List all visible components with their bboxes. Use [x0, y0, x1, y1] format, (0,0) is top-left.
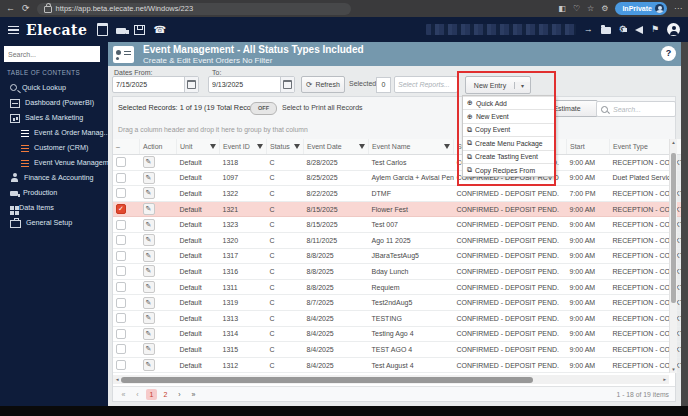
favorites-icon[interactable]: ☆ — [587, 4, 594, 13]
sidebar-item[interactable]: Sales & Marketing — [0, 110, 108, 125]
dates-to-calendar-button[interactable] — [280, 77, 294, 92]
grid-search-input[interactable] — [611, 105, 671, 114]
edit-row-button[interactable]: ✎ — [143, 359, 155, 371]
table-row[interactable]: ✎ Default 1322 C 8/22/2025 DTMF CONFIRME… — [113, 186, 688, 202]
sidebar-item[interactable]: Quick Lookup — [0, 80, 108, 95]
dates-to-input[interactable] — [209, 81, 280, 88]
table-row[interactable]: ✎ Default 1314 C 8/4/2025 Testing Ago 4 … — [113, 326, 688, 342]
filter-funnel-icon[interactable] — [359, 144, 365, 149]
row-checkbox[interactable] — [116, 344, 126, 354]
select-reports-input[interactable] — [395, 81, 457, 88]
scroll-up-icon[interactable]: ▲ — [670, 140, 677, 145]
vertical-scrollbar[interactable]: ▲ ▼ — [669, 139, 677, 373]
table-row[interactable]: ✎ Default 1097 C 8/25/2025 Aylem Garcia … — [113, 170, 688, 186]
new-entry-caret-icon[interactable]: ▾ — [514, 82, 530, 89]
edit-row-button[interactable]: ✎ — [143, 297, 155, 309]
dates-from-calendar-button[interactable] — [184, 77, 198, 92]
menu-item[interactable]: ⊕ Quick Add — [463, 96, 555, 109]
edit-row-button[interactable]: ✎ — [143, 312, 155, 324]
row-checkbox[interactable] — [116, 188, 126, 198]
account-icon[interactable] — [667, 23, 680, 36]
refresh-button[interactable]: ⟳ Refresh — [301, 76, 345, 93]
edit-row-button[interactable]: ✎ — [143, 250, 155, 262]
edit-row-button[interactable]: ✎ — [143, 328, 155, 340]
table-row[interactable]: ✎ Default 1323 C 8/15/2025 Test 007 CONF… — [113, 217, 688, 233]
table-row[interactable]: ✎ Default 1312 C 8/4/2025 Test August 4 … — [113, 357, 688, 373]
column-header[interactable]: Event Date — [304, 139, 369, 155]
package-icon[interactable] — [134, 25, 145, 35]
edit-row-button[interactable]: ✎ — [143, 265, 155, 277]
scroll-right-icon[interactable]: ► — [663, 377, 667, 382]
browser-essentials-icon[interactable]: ♡ — [573, 4, 580, 13]
sidebar-item[interactable]: Data Items — [0, 200, 108, 215]
sidebar-item[interactable]: Event Venue Management — [0, 155, 108, 170]
row-checkbox[interactable] — [116, 266, 126, 276]
sidebar-search-input[interactable] — [4, 46, 100, 62]
next-page-button[interactable]: › — [174, 389, 185, 400]
row-checkbox[interactable] — [116, 282, 126, 292]
column-header[interactable]: – — [113, 139, 140, 155]
table-row[interactable]: ✎ Default 1315 C 8/4/2025 TEST AGO 4 CON… — [113, 342, 688, 358]
edit-row-button[interactable]: ✎ — [143, 281, 155, 293]
folder-icon[interactable] — [601, 27, 611, 34]
edit-row-button[interactable]: ✎ — [143, 187, 155, 199]
row-checkbox[interactable] — [116, 173, 126, 183]
sidebar-item[interactable]: Dashboard (PowerBI) — [0, 95, 108, 110]
vertical-scroll-thumb[interactable] — [671, 153, 676, 303]
sidebar-item[interactable]: Finance & Accounting — [0, 170, 108, 185]
horizontal-scrollbar[interactable]: ◄ ► — [113, 375, 669, 384]
table-row[interactable]: ✎ Default 1317 C 8/8/2025 JBaraTestAug5 … — [113, 248, 688, 264]
print-all-toggle[interactable]: OFF — [250, 102, 277, 115]
edit-row-button[interactable]: ✎ — [143, 203, 155, 215]
row-checkbox[interactable] — [116, 360, 126, 370]
back-icon[interactable]: ← — [6, 4, 15, 13]
sidebar-item[interactable]: Event & Order Manag... — [0, 125, 108, 140]
page-number-button[interactable]: 1 — [146, 389, 157, 400]
row-checkbox[interactable] — [116, 313, 126, 323]
table-row[interactable]: ✓ ✎ Default 1321 C 8/15/2025 Flower Fest… — [113, 201, 688, 217]
row-checkbox[interactable] — [116, 235, 126, 245]
address-bar[interactable]: https://app.beta.elecate.net/Windows/223 — [37, 3, 351, 15]
edit-row-button[interactable]: ✎ — [143, 219, 155, 231]
bookmark-icon[interactable]: ⚑ — [651, 25, 659, 34]
table-row[interactable]: ✎ Default 1311 C 8/8/2025 Requiem CONFIR… — [113, 279, 688, 295]
filter-funnel-icon[interactable] — [210, 144, 216, 149]
sidebar-item[interactable]: Customer (CRM) — [0, 140, 108, 155]
edit-row-button[interactable]: ✎ — [143, 343, 155, 355]
last-page-button[interactable]: » — [188, 389, 199, 400]
horizontal-scroll-thumb[interactable] — [121, 377, 533, 383]
sidebar-item[interactable]: Production — [0, 185, 108, 200]
column-header[interactable]: Action — [140, 139, 177, 155]
table-row[interactable]: ✎ Default 1318 C 8/28/2025 Test Carlos C… — [113, 155, 688, 171]
row-checkbox[interactable] — [116, 298, 126, 308]
table-row[interactable]: ✎ Default 1313 C 8/4/2025 TESTING CONFIR… — [113, 310, 688, 326]
scroll-left-icon[interactable]: ◄ — [115, 377, 119, 382]
filter-funnel-icon[interactable] — [294, 144, 300, 149]
row-checkbox[interactable] — [116, 220, 126, 230]
row-checkbox[interactable] — [116, 329, 126, 339]
menu-item[interactable]: ⧉ Copy Recipes From — [463, 163, 555, 176]
split-screen-icon[interactable]: ◧ — [558, 4, 566, 13]
row-checkbox[interactable]: ✓ — [116, 204, 126, 214]
hamburger-menu-icon[interactable] — [8, 26, 19, 34]
table-row[interactable]: ✎ Default 1316 C 8/8/2025 Bday Lunch CON… — [113, 264, 688, 280]
dates-from-input[interactable] — [113, 81, 184, 88]
page-number-button[interactable]: 2 — [160, 389, 171, 400]
table-row[interactable]: ✎ Default 1319 C 8/7/2025 Test2ndAug5 CO… — [113, 295, 688, 311]
column-header[interactable]: Status — [267, 139, 304, 155]
help-icon[interactable]: ? — [661, 46, 676, 61]
edit-row-button[interactable]: ✎ — [143, 234, 155, 246]
column-header[interactable]: Event Name — [369, 139, 454, 155]
browser-menu-icon[interactable]: ⋯ — [674, 4, 682, 13]
scroll-down-icon[interactable]: ▼ — [670, 367, 677, 372]
filter-funnel-icon[interactable] — [257, 144, 263, 149]
inprivate-badge[interactable]: InPrivate — [615, 2, 667, 15]
column-header[interactable]: Event ID — [220, 139, 267, 155]
menu-item[interactable]: ⧉ Create Menu Package — [463, 136, 555, 149]
calendar-icon[interactable] — [97, 23, 108, 36]
table-row[interactable]: ✎ Default 1320 C 8/11/2025 Ago 11 2025 C… — [113, 232, 688, 248]
menu-item[interactable]: ⊕ New Event — [463, 109, 555, 122]
extensions-icon[interactable]: ⚙ — [601, 4, 608, 13]
phone-icon[interactable]: ☎ — [153, 25, 165, 35]
menu-item[interactable]: ⧉ Copy Event — [463, 123, 555, 136]
